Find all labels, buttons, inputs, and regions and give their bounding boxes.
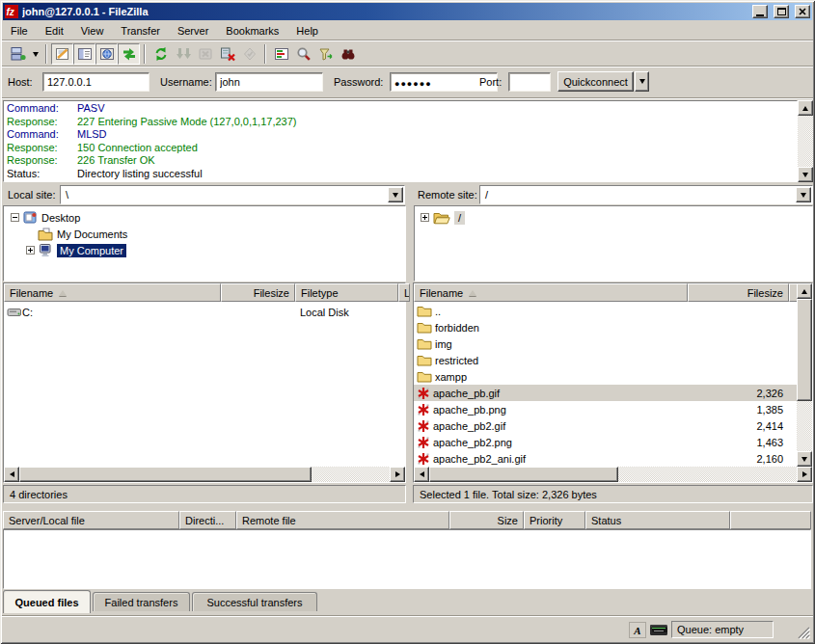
log-label: Command: bbox=[4, 102, 77, 116]
remote-file-row[interactable]: apache_pb2_ani.gif 2,160 bbox=[414, 450, 797, 467]
quickconnect-dropdown[interactable] bbox=[635, 71, 649, 92]
remote-scroll-right-button[interactable] bbox=[797, 467, 812, 482]
toggle-log-button[interactable] bbox=[51, 43, 73, 65]
remote-file-row[interactable]: apache_pb2.gif 2,414 bbox=[414, 417, 797, 434]
divider bbox=[2, 615, 813, 617]
minimize-button[interactable] bbox=[752, 5, 768, 18]
menu-transfer[interactable]: Transfer bbox=[112, 22, 169, 40]
column-header-filesize[interactable]: Filesize bbox=[221, 283, 295, 302]
cancel-button[interactable] bbox=[194, 43, 216, 65]
site-manager-dropdown[interactable] bbox=[29, 43, 41, 65]
column-header-size[interactable]: Size bbox=[449, 511, 524, 529]
column-header-priority[interactable]: Priority bbox=[524, 511, 585, 529]
remote-file-row[interactable]: forbidden bbox=[414, 319, 797, 335]
local-site-combo-arrow[interactable] bbox=[388, 187, 403, 202]
expand-icon[interactable] bbox=[421, 213, 429, 222]
column-header-direction[interactable]: Directi... bbox=[179, 511, 236, 529]
toggle-queue-button[interactable] bbox=[118, 43, 140, 65]
transfer-queue-icon bbox=[122, 46, 137, 62]
remote-file-row[interactable]: apache_pb.png 1,385 bbox=[414, 401, 797, 417]
remote-vscroll-thumb[interactable] bbox=[797, 299, 812, 401]
menu-file[interactable]: File bbox=[2, 22, 37, 40]
remote-scroll-down-button[interactable] bbox=[797, 451, 812, 467]
log-text: PASV bbox=[77, 102, 105, 116]
filter-button[interactable] bbox=[314, 43, 337, 65]
message-log: Command:PASV Response:227 Entering Passi… bbox=[3, 100, 798, 182]
column-header-filesize[interactable]: Filesize bbox=[688, 283, 789, 302]
find-files-button[interactable] bbox=[337, 43, 359, 65]
filter-icon bbox=[318, 46, 334, 62]
username-input[interactable] bbox=[215, 72, 323, 92]
disconnect-button[interactable] bbox=[216, 43, 238, 65]
remote-scroll-up-button[interactable] bbox=[797, 283, 812, 299]
host-input[interactable] bbox=[42, 72, 149, 92]
drive-icon bbox=[7, 307, 22, 318]
menu-bookmarks[interactable]: Bookmarks bbox=[217, 22, 287, 40]
tree-item-label: / bbox=[454, 211, 465, 225]
maximize-button[interactable] bbox=[774, 5, 789, 18]
tree-item-my-computer[interactable]: My Computer bbox=[26, 242, 126, 258]
queue-header: Server/Local file Directi... Remote file… bbox=[3, 511, 811, 529]
remote-file-row-selected[interactable]: apache_pb.gif 2,326 bbox=[414, 385, 797, 401]
panel-splitter[interactable] bbox=[406, 185, 413, 503]
synchronized-browsing-button[interactable] bbox=[292, 43, 314, 65]
column-header-filename[interactable]: Filename bbox=[414, 283, 688, 302]
tab-failed-transfers[interactable]: Failed transfers bbox=[93, 592, 190, 611]
column-header-remote-file[interactable]: Remote file bbox=[236, 511, 449, 529]
expand-icon[interactable] bbox=[26, 246, 35, 255]
search-binoculars-icon bbox=[340, 46, 356, 62]
tab-successful-transfers[interactable]: Successful transfers bbox=[192, 592, 317, 611]
queue-list[interactable] bbox=[3, 529, 811, 589]
tree-item-root[interactable]: / bbox=[421, 209, 465, 226]
speed-limit-icon[interactable] bbox=[650, 625, 667, 635]
local-site-combo[interactable]: \ bbox=[60, 185, 405, 204]
directory-compare-button[interactable] bbox=[270, 43, 292, 65]
column-header-filetype[interactable]: Filetype bbox=[295, 283, 398, 302]
reconnect-button[interactable] bbox=[238, 43, 260, 65]
close-button[interactable] bbox=[795, 5, 810, 18]
divider bbox=[2, 97, 813, 99]
local-scroll-right-button[interactable] bbox=[390, 467, 405, 482]
column-header-status[interactable]: Status bbox=[585, 511, 730, 529]
column-header-server-local-file[interactable]: Server/Local file bbox=[3, 511, 179, 529]
remote-file-row[interactable]: restricted bbox=[414, 352, 797, 368]
menu-edit[interactable]: Edit bbox=[37, 22, 72, 40]
menu-help[interactable]: Help bbox=[287, 22, 327, 40]
local-hscroll-thumb[interactable] bbox=[19, 467, 312, 482]
toggle-local-tree-button[interactable] bbox=[73, 43, 95, 65]
resize-grip[interactable] bbox=[798, 627, 810, 639]
log-scroll-down-button[interactable] bbox=[798, 167, 813, 182]
process-queue-button[interactable] bbox=[172, 43, 194, 65]
refresh-icon bbox=[153, 46, 169, 62]
remote-file-row[interactable]: xampp bbox=[414, 368, 797, 385]
close-icon bbox=[799, 8, 806, 15]
toggle-remote-tree-button[interactable] bbox=[95, 43, 118, 65]
remote-site-combo-arrow[interactable] bbox=[796, 187, 811, 202]
quickconnect-button-label: Quickconnect bbox=[563, 76, 628, 88]
column-header-filename[interactable]: Filename bbox=[4, 283, 221, 302]
remote-file-row[interactable]: img bbox=[414, 335, 797, 352]
remote-hscroll-thumb[interactable] bbox=[429, 467, 618, 482]
collapse-icon[interactable] bbox=[11, 213, 19, 222]
refresh-button[interactable] bbox=[149, 43, 172, 65]
log-scroll-up-button[interactable] bbox=[798, 100, 813, 116]
remote-site-combo[interactable]: / bbox=[479, 185, 813, 204]
port-input[interactable] bbox=[508, 72, 551, 92]
remote-file-row[interactable]: .. bbox=[414, 303, 797, 319]
remote-scroll-left-button[interactable] bbox=[414, 467, 429, 482]
menu-server[interactable]: Server bbox=[169, 22, 217, 40]
site-manager-button[interactable] bbox=[7, 43, 29, 65]
menu-view[interactable]: View bbox=[72, 22, 113, 40]
folder-icon bbox=[417, 354, 432, 366]
tree-item-desktop[interactable]: Desktop bbox=[11, 209, 80, 226]
local-scroll-left-button[interactable] bbox=[4, 467, 19, 482]
log-text: 226 Transfer OK bbox=[77, 154, 155, 168]
tab-queued-files[interactable]: Queued files bbox=[3, 590, 91, 613]
remote-file-row[interactable]: apache_pb2.png 1,463 bbox=[414, 434, 797, 450]
filezilla-window: fz john@127.0.0.1 - FileZilla File Edit … bbox=[0, 0, 815, 644]
transfer-type-indicator-icon[interactable]: A bbox=[629, 622, 646, 638]
local-file-row[interactable]: C: Local Disk bbox=[4, 304, 405, 320]
tree-item-my-documents[interactable]: My Documents bbox=[38, 226, 127, 242]
quickconnect-button[interactable]: Quickconnect bbox=[557, 71, 634, 92]
column-header-lastmodified[interactable]: L bbox=[398, 283, 410, 302]
